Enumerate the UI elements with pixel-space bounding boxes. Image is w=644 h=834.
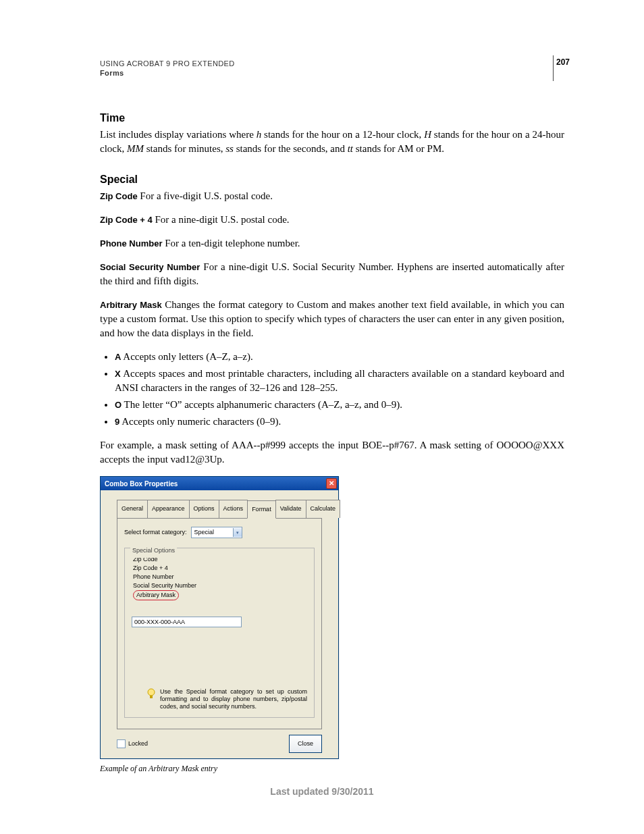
hint-row: Use the Special format category to set u…: [132, 688, 307, 710]
running-header-line1: USING ACROBAT 9 PRO EXTENDED: [100, 59, 564, 68]
option-zip4[interactable]: Zip Code + 4: [132, 564, 240, 573]
page: 207 USING ACROBAT 9 PRO EXTENDED Forms T…: [0, 0, 644, 834]
body-content: Time List includes display variations wh…: [100, 111, 564, 776]
heading-time: Time: [100, 111, 564, 125]
page-footer: Last updated 9/30/2011: [0, 786, 644, 797]
dialog-body: General Appearance Options Actions Forma…: [101, 490, 338, 758]
group-legend: Special Options: [130, 544, 177, 558]
chevron-down-icon: ▾: [233, 528, 242, 537]
dialog-tab-row: General Appearance Options Actions Forma…: [117, 500, 322, 518]
svg-point-0: [148, 689, 155, 696]
running-header: USING ACROBAT 9 PRO EXTENDED Forms: [100, 59, 564, 77]
close-button[interactable]: Close: [289, 735, 322, 753]
dialog-combo-box-properties: Combo Box Properties ✕ General Appearanc…: [100, 476, 339, 759]
dialog-titlebar[interactable]: Combo Box Properties ✕: [101, 477, 338, 490]
def-phone: Phone Number For a ten-digit telephone n…: [100, 236, 564, 251]
mask-code-O: O The letter “O” accepts alphanumeric ch…: [115, 398, 564, 412]
def-zip: Zip Code For a five-digit U.S. postal co…: [100, 189, 564, 203]
mask-input-value: 000-XXX-000-AAA: [134, 615, 185, 629]
dialog-title: Combo Box Properties: [105, 477, 178, 491]
svg-rect-1: [150, 696, 153, 698]
mask-code-9: 9 Accepts only numeric characters (0–9).: [115, 415, 564, 429]
mask-code-A: A Accepts only letters (A–Z, a–z).: [115, 350, 564, 364]
running-header-line2: Forms: [100, 69, 564, 77]
lightbulb-icon: [146, 688, 156, 710]
tab-actions[interactable]: Actions: [219, 500, 248, 518]
page-number-rule: [553, 55, 554, 81]
dialog-footer: Locked Close: [117, 735, 322, 753]
mask-code-X: X Accepts spaces and most printable char…: [115, 367, 564, 395]
close-icon[interactable]: ✕: [326, 478, 337, 489]
hint-text: Use the Special format category to set u…: [160, 688, 307, 710]
option-phone[interactable]: Phone Number: [132, 573, 240, 581]
format-category-row: Select format category: Special ▾: [124, 525, 315, 540]
tab-general[interactable]: General: [117, 500, 148, 518]
tab-panel-format: Select format category: Special ▾ Specia…: [117, 518, 322, 729]
locked-checkbox[interactable]: Locked: [117, 737, 148, 751]
def-ssn: Social Security Number For a nine-digit …: [100, 260, 564, 288]
page-number: 207: [556, 57, 570, 67]
tab-calculate[interactable]: Calculate: [306, 500, 341, 518]
paragraph-time: List includes display variations where h…: [100, 128, 564, 156]
format-category-label: Select format category:: [124, 525, 187, 540]
mask-codes-list: A Accepts only letters (A–Z, a–z). X Acc…: [100, 350, 564, 429]
special-options-group: Special Options Zip Code Zip Code + 4 Ph…: [124, 548, 315, 718]
locked-label: Locked: [128, 737, 148, 751]
option-arbitrary-mask[interactable]: Arbitrary Mask: [132, 590, 240, 600]
tab-appearance[interactable]: Appearance: [147, 500, 190, 518]
tab-options[interactable]: Options: [189, 500, 219, 518]
tab-format[interactable]: Format: [247, 500, 276, 519]
def-zip4: Zip Code + 4 For a nine-digit U.S. posta…: [100, 213, 564, 227]
tab-validate[interactable]: Validate: [275, 500, 306, 518]
checkbox-icon: [117, 739, 126, 748]
special-options-list[interactable]: Zip Code Zip Code + 4 Phone Number Socia…: [132, 555, 240, 600]
format-category-value: Special: [194, 525, 215, 540]
option-ssn[interactable]: Social Security Number: [132, 581, 240, 590]
mask-input[interactable]: 000-XXX-000-AAA: [132, 617, 242, 627]
figure-caption: Example of an Arbitrary Mask entry: [100, 762, 564, 776]
def-mask: Arbitrary Mask Changes the format catego…: [100, 298, 564, 340]
format-category-select[interactable]: Special ▾: [191, 527, 242, 538]
mask-example: For example, a mask setting of AAA--p#99…: [100, 438, 564, 467]
heading-special: Special: [100, 172, 564, 186]
